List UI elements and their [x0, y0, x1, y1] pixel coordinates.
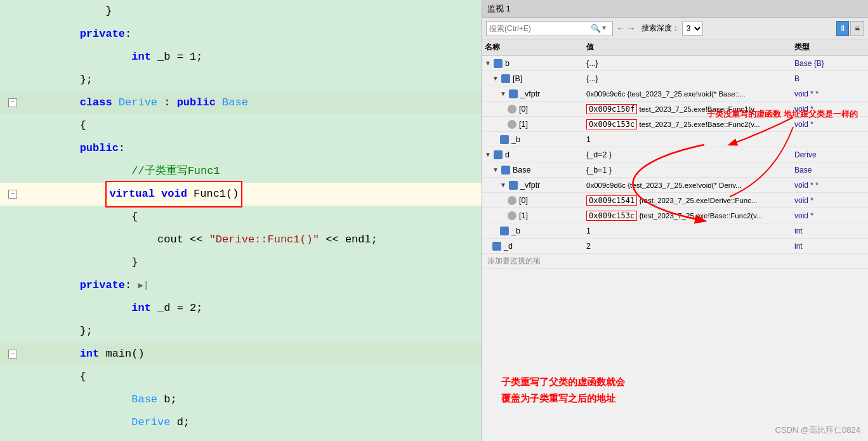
line-gutter: [0, 69, 25, 91]
watch-row[interactable]: [0] 0x009c1541 {test_2023_7_25.exe!Deriv…: [482, 193, 868, 208]
line-gutter: −: [0, 343, 25, 365]
cell-type: void *: [792, 196, 868, 205]
type-icon: [509, 89, 518, 98]
watch-row[interactable]: _b 1: [482, 132, 868, 147]
watch-row[interactable]: [1] 0x009c153c test_2023_7_25.exe!Base::…: [482, 117, 868, 132]
value-box: 0x009c1541: [586, 195, 637, 206]
prop-icon: [508, 105, 516, 114]
var-name: _vfptr: [520, 89, 540, 98]
watch-row[interactable]: [0] 0x009c150f test_2023_7_25.exe!Base::…: [482, 102, 868, 117]
cell-value: {...}: [584, 59, 792, 68]
cell-name: ▼ _vfptr: [482, 89, 584, 98]
cell-type: Base {B}: [792, 59, 868, 68]
search-icon[interactable]: 🔍: [591, 23, 601, 34]
cell-type: Derive: [792, 150, 868, 159]
type-icon: [501, 74, 510, 83]
cell-type: void * *: [792, 89, 868, 98]
search-box[interactable]: 🔍 ▼: [486, 21, 613, 36]
cell-type: Base: [792, 166, 868, 174]
collapse-button[interactable]: −: [8, 350, 17, 359]
cell-name: [1]: [482, 120, 584, 129]
depth-select[interactable]: 3 2 4: [682, 22, 703, 36]
watch-row[interactable]: ▼ b {...} Base {B}: [482, 56, 868, 71]
nav-right-icon[interactable]: →: [628, 23, 633, 34]
search-dropdown-icon[interactable]: ▼: [602, 25, 606, 32]
cell-type: int: [792, 227, 868, 235]
cell-type: B: [792, 74, 868, 83]
format-button-1[interactable]: Ⅱ: [836, 21, 849, 36]
type-icon: [509, 181, 518, 190]
collapse-button[interactable]: −: [8, 190, 17, 199]
code-line: Derive d;: [0, 411, 482, 434]
cell-name: _b: [482, 227, 584, 235]
var-name: [1]: [519, 120, 528, 129]
line-gutter: −: [0, 91, 25, 114]
prop-icon: [508, 196, 516, 205]
cell-type: void * *: [792, 181, 868, 190]
type-icon: [492, 242, 501, 251]
watch-row[interactable]: _b 1 int: [482, 223, 868, 239]
watch-row[interactable]: ▼ [B] {...} B: [482, 71, 868, 86]
code-panel: } private: int _b = 1; };: [0, 0, 482, 441]
col-header-name: 名称: [482, 42, 584, 53]
line-gutter: [0, 46, 25, 69]
code-area: } private: int _b = 1; };: [0, 0, 482, 441]
var-name: [B]: [513, 74, 522, 83]
prop-icon: [508, 211, 516, 220]
value-box: 0x009c153c: [586, 119, 637, 129]
watch-table: ▼ b {...} Base {B} ▼ [B] {...} B ▼ _vfpt…: [482, 56, 868, 441]
cell-type: int: [792, 242, 868, 251]
watch-panel-title: 监视 1: [482, 0, 868, 18]
watch-row[interactable]: _d 2 int: [482, 239, 868, 254]
watch-row[interactable]: ▼ _vfptr 0x009c9c6c {test_2023_7_25.exe!…: [482, 86, 868, 102]
cell-value: 0x009c1541 {test_2023_7_25.exe!Derive::F…: [584, 195, 792, 206]
var-name: [0]: [519, 105, 528, 114]
add-watch-item[interactable]: 添加要监视的项: [482, 254, 868, 269]
code-token: Derive: [131, 416, 170, 428]
cell-value: 0x009c153c {test_2023_7_25.exe!Base::Fun…: [584, 211, 792, 221]
type-icon: [500, 135, 509, 144]
watch-row[interactable]: ▼ _vfptr 0x009c9d6c {test_2023_7_25.exe!…: [482, 178, 868, 193]
value-box: 0x009c150f: [586, 104, 637, 114]
var-name: _b: [511, 135, 520, 144]
value-box: 0x009c153c: [586, 211, 637, 221]
nav-left-icon[interactable]: ←: [618, 23, 623, 34]
cell-name: [0]: [482, 196, 584, 205]
cell-value: 2: [584, 242, 792, 251]
expand-icon[interactable]: ▼: [492, 166, 500, 173]
line-gutter: [0, 23, 25, 46]
code-content: Derive d;: [25, 388, 482, 441]
line-gutter: [0, 251, 25, 274]
cell-name: _b: [482, 135, 584, 144]
cell-value: 0x009c9d6c {test_2023_7_25.exe!void(* De…: [584, 181, 792, 189]
type-icon: [501, 166, 510, 174]
type-icon: [500, 227, 509, 235]
line-gutter: [0, 297, 25, 320]
column-headers: 名称 值 类型: [482, 39, 868, 56]
prop-icon: [508, 120, 516, 129]
collapse-button[interactable]: −: [8, 98, 17, 107]
cell-type: void *: [792, 211, 868, 220]
expand-icon[interactable]: ▼: [492, 75, 500, 82]
line-gutter: [0, 114, 25, 137]
cell-name: [1]: [482, 211, 584, 220]
expand-icon[interactable]: ▼: [500, 181, 508, 188]
expand-icon[interactable]: ▼: [485, 151, 492, 158]
expand-icon[interactable]: ▼: [500, 90, 508, 97]
format-button-2[interactable]: ≡: [850, 21, 864, 36]
var-name: _vfptr: [520, 181, 540, 190]
cell-value: 1: [584, 227, 792, 235]
search-input[interactable]: [489, 24, 591, 33]
watch-row[interactable]: ▼ Base {_b=1 } Base: [482, 162, 868, 178]
cell-value: 1: [584, 135, 792, 144]
line-gutter: [0, 228, 25, 251]
line-gutter: [0, 137, 25, 160]
cell-type: void *: [792, 105, 868, 114]
watch-row[interactable]: [1] 0x009c153c {test_2023_7_25.exe!Base:…: [482, 208, 868, 223]
cell-value: {...}: [584, 74, 792, 83]
line-gutter: −: [0, 183, 25, 206]
line-gutter: [0, 274, 25, 297]
expand-icon[interactable]: ▼: [485, 60, 492, 67]
watch-row[interactable]: ▼ d {_d=2 } Derive: [482, 147, 868, 162]
cell-name: [0]: [482, 105, 584, 114]
